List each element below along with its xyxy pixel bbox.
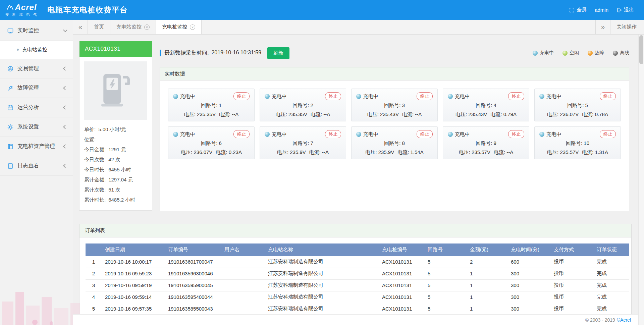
sidebar-item-operations-analysis[interactable]: 运营分析 [0, 98, 73, 117]
sidebar-item-realtime-monitor[interactable]: 实时监控 [0, 21, 73, 41]
acrel-link[interactable]: ©Acrel [617, 317, 631, 323]
sidebar-item-logs[interactable]: 日志查看 [0, 156, 73, 176]
cell-pile: ACX1010131 [379, 268, 424, 279]
cell-order-no: 1910163595900045 [165, 279, 221, 291]
charging-status-icon [173, 132, 178, 137]
order-row[interactable]: 3 2019-10-16 09:59:19 1910163595900045 江… [86, 279, 629, 291]
tabs-scroll-left-button[interactable]: « [73, 20, 88, 34]
scrollbar-thumb[interactable] [639, 35, 643, 64]
terminate-button[interactable]: 终止 [600, 130, 616, 138]
cell-loop: 5 [424, 268, 467, 279]
cell-created: 2019-10-16 09:59:19 [102, 279, 165, 291]
sidebar-item-pile-assets[interactable]: 充电桩资产管理 [0, 137, 73, 156]
col-header-pay: 支付方式 [550, 243, 593, 256]
status-legend: 充电中 空闲 故障 离线 [533, 50, 629, 56]
charging-status-icon [539, 132, 544, 137]
circuit-loop: 回路号: 1 [173, 102, 250, 109]
logout-button[interactable]: 退出 [616, 7, 634, 13]
cell-status: 完成 [593, 291, 629, 303]
collect-time-value: 2019-10-16 10:31:59 [211, 50, 261, 57]
cell-pay: 投币 [550, 268, 593, 279]
terminate-button[interactable]: 终止 [417, 92, 433, 100]
charging-status-icon [533, 51, 538, 56]
refresh-button[interactable]: 刷新 [267, 47, 289, 59]
circuit-grid: 充电中终止 回路号: 1 电压: 235.35V电流: --A 充电中终止 回路… [168, 89, 621, 159]
logout-label: 退出 [624, 7, 634, 13]
cell-loop: 5 [424, 279, 467, 291]
terminate-button[interactable]: 终止 [325, 130, 341, 138]
cell-station: 江苏安科瑞制造有限公司 [265, 256, 379, 268]
sidebar-item-faults[interactable]: 故障管理 [0, 78, 73, 98]
col-header-order-no: 订单编号 [165, 243, 221, 256]
cell-created: 2019-10-16 09:59:14 [102, 291, 165, 303]
circuit-meter: 电压: 236.07V电流: 0.23A [173, 149, 250, 156]
bullet-icon [17, 49, 19, 51]
sidebar-item-system-settings[interactable]: 系统设置 [0, 117, 73, 137]
monitor-icon [7, 28, 13, 34]
calendar-icon [7, 105, 13, 111]
cell-pile: ACX1010131 [379, 256, 424, 268]
terminate-button[interactable]: 终止 [600, 92, 616, 100]
circuit-card: 充电中终止 回路号: 1 电压: 235.35V电流: --A [168, 89, 255, 121]
cell-amount: 1 [467, 291, 507, 303]
tab-station-monitor[interactable]: 充电站监控 × [110, 20, 156, 34]
sidebar-item-transactions[interactable]: 交易管理 [0, 59, 73, 78]
tabs-scroll-right-button[interactable]: » [595, 20, 610, 34]
terminate-button[interactable]: 终止 [325, 92, 341, 100]
logo-text: Acrel [15, 3, 37, 12]
tab-pile-monitor[interactable]: 充电桩监控 × [156, 20, 202, 34]
circuit-loop: 回路号: 2 [265, 102, 341, 109]
terminate-button[interactable]: 终止 [233, 92, 250, 100]
device-id: ACX1010131 [79, 41, 152, 57]
cell-amount: 1 [467, 303, 507, 315]
circuit-card: 充电中终止 回路号: 10 电压: 235.57V电流: 1.31A [534, 126, 621, 159]
sidebar-item-label: 运营分析 [17, 104, 39, 111]
terminate-button[interactable]: 终止 [233, 130, 250, 138]
close-tab-icon[interactable]: × [144, 24, 150, 30]
circuit-meter: 电压: 236.07V电流: 0.78A [539, 111, 616, 118]
main-content: ACX1010131 单价:5.00 小时/元 位置: 今日金额:1291 元 … [73, 35, 638, 325]
close-tab-icon[interactable]: × [190, 24, 195, 30]
terminate-button[interactable]: 终止 [417, 130, 433, 138]
sidebar-subitem-label: 充电站监控 [22, 47, 47, 53]
terminate-button[interactable]: 终止 [508, 130, 524, 138]
charging-status-icon [173, 94, 178, 99]
circuit-status: 充电中 [539, 93, 561, 100]
chevron-left-icon [63, 66, 67, 71]
circuit-status: 充电中 [265, 93, 287, 100]
logout-icon [616, 7, 622, 13]
fullscreen-button[interactable]: 全屏 [569, 7, 587, 13]
circuit-meter: 电压: 235.9V电流: 1.54A [356, 149, 433, 156]
cell-status: 完成 [593, 268, 629, 279]
fullscreen-icon [569, 7, 575, 13]
cell-index: 3 [86, 279, 102, 291]
sidebar-item-station-monitor[interactable]: 充电站监控 [0, 41, 73, 59]
col-header-pile: 充电桩编号 [379, 243, 424, 256]
user-menu[interactable]: admin [595, 7, 608, 13]
circuit-status: 充电中 [356, 131, 378, 138]
sidebar-item-label: 交易管理 [17, 65, 39, 72]
scrollbar-track[interactable] [638, 35, 644, 325]
circuit-card: 充电中终止 回路号: 3 电压: 235.43V电流: --A [351, 89, 438, 121]
order-row[interactable]: 2 2019-10-16 09:59:23 1910163596300046 江… [86, 268, 629, 279]
circuit-status: 充电中 [173, 93, 195, 100]
close-operations-button[interactable]: 关闭操作 [610, 20, 644, 34]
circuit-status: 充电中 [265, 131, 287, 138]
col-header-minutes: 充电时间(分) [507, 243, 550, 256]
legend-offline: 离线 [613, 50, 629, 56]
order-row[interactable]: 5 2019-10-16 09:57:35 1910163585500043 江… [86, 303, 629, 315]
cell-amount: 1 [467, 268, 507, 279]
circuit-loop: 回路号: 4 [448, 102, 524, 109]
order-row[interactable]: 1 2019-10-16 10:00:17 1910163601700047 江… [86, 256, 629, 268]
device-icon-box [84, 61, 147, 120]
tab-home[interactable]: 首页 [88, 20, 110, 34]
terminate-button[interactable]: 终止 [508, 92, 524, 100]
tab-label: 充电桩监控 [162, 24, 187, 30]
realtime-panel-title: 实时数据 [160, 67, 629, 80]
charging-status-icon [265, 94, 270, 99]
chevron-left-icon [63, 144, 67, 149]
order-row[interactable]: 4 2019-10-16 09:59:14 1910163595400044 江… [86, 291, 629, 303]
cell-pay: 投币 [550, 256, 593, 268]
chevron-left-icon [63, 105, 67, 110]
cell-pile: ACX1010131 [379, 279, 424, 291]
